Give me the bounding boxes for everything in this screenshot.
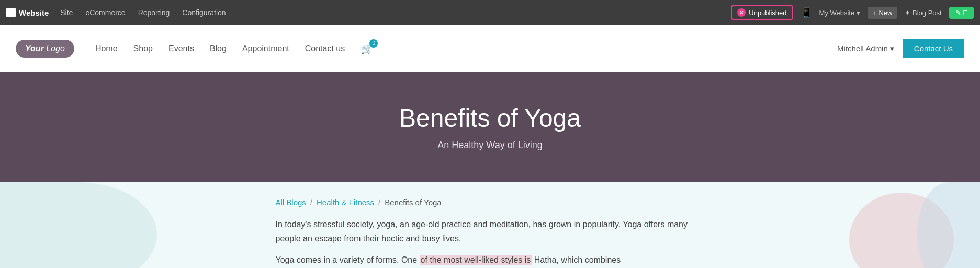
blob-right2-decoration: [917, 182, 980, 268]
unpublished-dot-icon: ✕: [737, 8, 746, 17]
brand-label: Website: [19, 8, 49, 17]
edit-button[interactable]: ✎ E: [949, 7, 974, 19]
admin-bar-left: Website Site eCommerce Reporting Configu…: [6, 6, 227, 19]
admin-bar: Website Site eCommerce Reporting Configu…: [0, 0, 980, 25]
hero-subtitle: An Healthy Way of Living: [21, 140, 959, 151]
cart-icon: 🛒 0: [361, 42, 374, 55]
blog-para-1: In today's stressful society, yoga, an a…: [276, 217, 705, 245]
breadcrumb-all-blogs[interactable]: All Blogs: [276, 198, 306, 207]
website-nav: Your Logo Home Shop Events Blog Appointm…: [0, 25, 980, 72]
admin-brand[interactable]: Website: [6, 8, 49, 17]
logo-area[interactable]: Your Logo: [16, 40, 74, 58]
mobile-view-icon[interactable]: 📱: [801, 7, 812, 18]
nav-contact-us[interactable]: Contact us: [305, 44, 345, 53]
cart-button[interactable]: 🛒 0: [361, 42, 374, 55]
logo-suffix: Logo: [46, 44, 65, 53]
blog-para-2: Yoga comes in a variety of forms. One of…: [276, 253, 705, 267]
user-name-label: Mitchell Admin: [837, 44, 888, 53]
hero-section: Benefits of Yoga An Healthy Way of Livin…: [0, 72, 980, 182]
user-chevron-icon: ▾: [890, 44, 894, 53]
blog-para-2-end: Hatha, which combines: [532, 255, 621, 264]
nav-blog[interactable]: Blog: [210, 44, 227, 53]
website-nav-links: Home Shop Events Blog Appointment Contac…: [95, 42, 837, 55]
breadcrumb-sep-1: /: [310, 198, 312, 207]
blog-post-label: ✦ Blog Post: [905, 9, 941, 17]
breadcrumb-sep-2: /: [378, 198, 380, 207]
my-website-button[interactable]: My Website ▾: [819, 9, 861, 17]
nav-reporting[interactable]: Reporting: [137, 6, 171, 19]
nav-ecommerce[interactable]: eCommerce: [84, 6, 126, 19]
logo-prefix: Your: [25, 44, 44, 53]
new-label: + New: [873, 9, 892, 17]
nav-home[interactable]: Home: [95, 44, 118, 53]
nav-right: Mitchell Admin ▾ Contact Us: [837, 39, 964, 58]
new-button[interactable]: + New: [868, 7, 897, 19]
blog-para-2-highlight: of the most well-liked styles is: [420, 255, 532, 265]
breadcrumb-current: Benefits of Yoga: [385, 198, 441, 207]
my-website-label: My Website: [819, 9, 855, 17]
nav-appointment[interactable]: Appointment: [242, 44, 289, 53]
admin-bar-right: ✕ Unpublished 📱 My Website ▾ + New ✦ Blo…: [731, 5, 974, 20]
unpublished-label: Unpublished: [749, 9, 786, 17]
hero-title: Benefits of Yoga: [21, 104, 959, 132]
contact-us-button[interactable]: Contact Us: [903, 39, 964, 58]
edit-label: ✎ E: [955, 9, 967, 17]
content-inner: All Blogs / Health & Fitness / Benefits …: [255, 198, 726, 267]
user-menu[interactable]: Mitchell Admin ▾: [837, 44, 894, 53]
my-website-chevron-icon: ▾: [857, 9, 860, 17]
breadcrumb-category[interactable]: Health & Fitness: [317, 198, 374, 207]
nav-events[interactable]: Events: [168, 44, 194, 53]
nav-configuration[interactable]: Configuration: [181, 6, 227, 19]
nav-shop[interactable]: Shop: [133, 44, 153, 53]
breadcrumb: All Blogs / Health & Fitness / Benefits …: [276, 198, 705, 207]
blog-post-button[interactable]: ✦ Blog Post: [905, 9, 941, 17]
cart-badge: 0: [369, 39, 378, 48]
blob-left-decoration: [0, 182, 157, 268]
brand-icon: [6, 8, 16, 17]
nav-site[interactable]: Site: [59, 6, 74, 19]
blog-body: In today's stressful society, yoga, an a…: [276, 217, 705, 267]
logo[interactable]: Your Logo: [16, 40, 74, 58]
content-area: All Blogs / Health & Fitness / Benefits …: [0, 182, 980, 268]
unpublished-button[interactable]: ✕ Unpublished: [731, 5, 793, 20]
blog-para-2-start: Yoga comes in a variety of forms. One: [276, 255, 420, 264]
